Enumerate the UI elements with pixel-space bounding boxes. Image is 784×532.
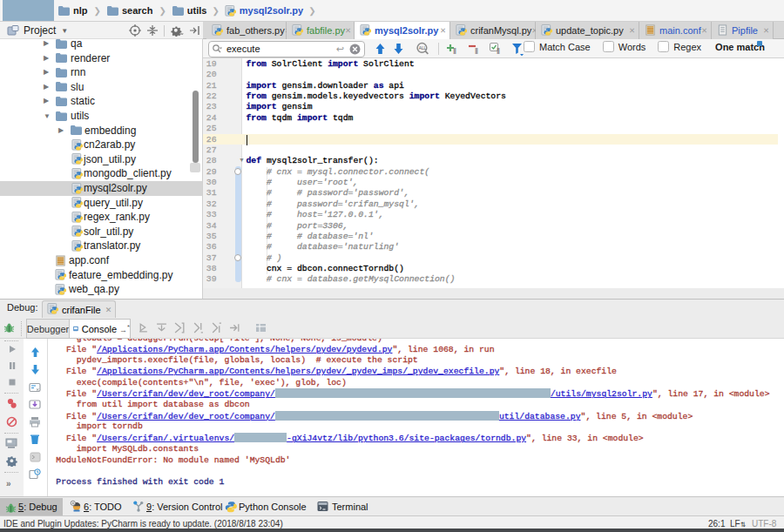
svg-text:Ⅱ: Ⅱ: [497, 48, 500, 56]
svg-text:Ⅱ: Ⅱ: [453, 48, 456, 56]
svg-text:ALL: ALL: [419, 46, 427, 51]
svg-text:Ⅱ: Ⅱ: [475, 48, 478, 56]
